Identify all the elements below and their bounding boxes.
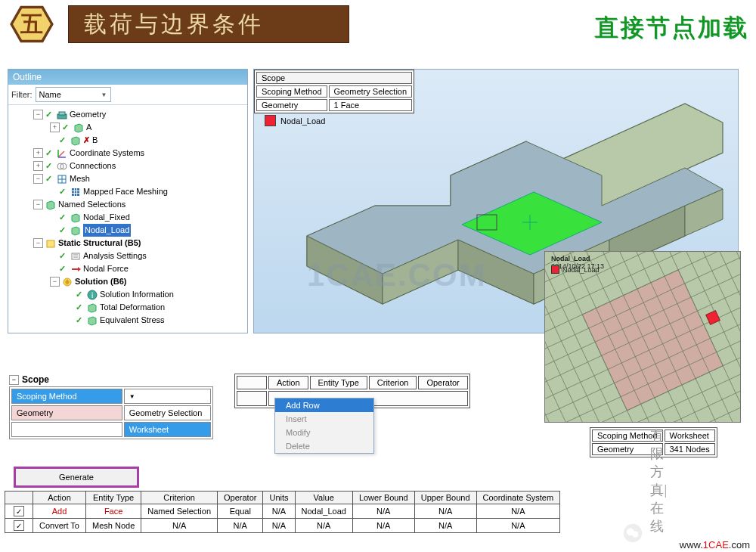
row-checkbox[interactable]: ✓	[14, 520, 24, 531]
ctx-modify[interactable]: Modify	[275, 426, 373, 439]
svg-marker-3	[72, 137, 79, 145]
tree-geom-b[interactable]: B	[92, 134, 98, 147]
tree-equivalent-stress[interactable]: Equivalent Stress	[100, 314, 165, 327]
outline-header: Outline	[8, 70, 247, 85]
expand-icon[interactable]: −	[50, 277, 60, 287]
tree-coord[interactable]: Coordinate Systems	[70, 147, 144, 160]
tree-solution[interactable]: Solution (B6)	[75, 275, 126, 288]
collapse-icon[interactable]: −	[9, 375, 19, 385]
svg-rect-21	[72, 253, 79, 259]
worksheet-table[interactable]: Action Entity Type Criterion Operator Un…	[5, 491, 560, 533]
svg-marker-19	[72, 227, 79, 235]
svg-marker-30	[88, 317, 96, 325]
svg-text:i: i	[91, 291, 93, 299]
expand-icon[interactable]: −	[33, 200, 43, 209]
tree-geom-a[interactable]: A	[86, 121, 91, 134]
svg-marker-18	[72, 214, 79, 222]
outline-panel: Outline Filter: Name −✓Geometry +✓A ✓✗B …	[8, 69, 248, 333]
svg-rect-12	[72, 188, 79, 196]
wechat-icon	[623, 523, 643, 543]
section-subtitle: 直接节点加载	[594, 11, 748, 45]
tree-named-selections[interactable]: Named Selections	[58, 198, 125, 211]
scoping-option-geometry[interactable]: Geometry Selection	[124, 405, 211, 420]
expand-icon[interactable]: −	[33, 174, 43, 184]
filter-dropdown[interactable]: Name	[36, 87, 111, 102]
svg-line-4	[58, 151, 64, 157]
watermark: 1CAE.COM	[307, 257, 487, 293]
ctx-insert[interactable]: Insert	[275, 412, 373, 426]
svg-marker-25	[78, 267, 81, 271]
section-title-bar: 载荷与边界条件	[68, 5, 349, 43]
brand-footer: 有限方真|在线 www.1CAE.com	[680, 539, 750, 550]
svg-marker-39	[462, 192, 602, 255]
context-menu: Add Row Insert Modify Delete	[274, 398, 374, 454]
expand-icon[interactable]: +	[33, 148, 43, 158]
svg-marker-29	[88, 304, 96, 312]
legend-nodal-load: Nodal_Load	[265, 115, 325, 126]
expand-icon[interactable]: −	[33, 238, 43, 248]
table-row[interactable]: ✓ Convert To Mesh Node N/A N/A N/A N/A N…	[5, 519, 560, 533]
ctx-add-row[interactable]: Add Row	[275, 398, 373, 412]
section-title: 载荷与边界条件	[84, 9, 264, 40]
svg-marker-37	[685, 189, 723, 236]
svg-marker-17	[47, 201, 54, 209]
generate-button[interactable]: Generate	[14, 467, 139, 488]
svg-marker-2	[75, 124, 82, 132]
tree-solution-info[interactable]: Solution Information	[100, 288, 174, 301]
outline-tree[interactable]: −✓Geometry +✓A ✓✗B +✓Coordinate Systems …	[8, 105, 247, 330]
tree-mesh[interactable]: Mesh	[70, 172, 90, 185]
svg-rect-1	[59, 112, 65, 115]
tree-mapped[interactable]: Mapped Face Meshing	[83, 185, 168, 198]
svg-point-48	[632, 532, 638, 538]
tree-analysis-settings[interactable]: Analysis Settings	[83, 250, 147, 262]
scope-table-main: Scope Scoping MethodGeometry Selection G…	[254, 70, 414, 113]
tree-nodal-load[interactable]: Nodal_Load	[83, 224, 131, 237]
scoping-method-dropdown[interactable]	[124, 389, 211, 404]
mesh-preview: Nodal_Load2014/10/22 17:13 Nodal_Load	[544, 251, 741, 423]
ctx-delete[interactable]: Delete	[275, 439, 373, 453]
scope-header: Scope	[256, 72, 412, 84]
scope-detail-panel: −Scope Scoping Method GeometryGeometry S…	[9, 374, 213, 439]
section-hexagon: 五	[9, 4, 54, 45]
info-icon: i	[87, 290, 98, 300]
expand-icon[interactable]: +	[50, 122, 60, 132]
outline-filter-bar: Filter: Name	[8, 85, 247, 105]
svg-rect-20	[47, 240, 54, 247]
tree-geometry[interactable]: Geometry	[70, 108, 106, 121]
row-checkbox[interactable]: ✓	[14, 506, 24, 516]
svg-rect-40	[477, 215, 497, 230]
table-row[interactable]: ✓ Add Face Named Selection Equal N/A Nod…	[5, 504, 560, 519]
expand-icon[interactable]: +	[33, 161, 43, 171]
tree-nodal-force[interactable]: Nodal Force	[83, 262, 129, 275]
filter-label: Filter:	[11, 90, 33, 99]
scoping-option-worksheet[interactable]: Worksheet	[124, 422, 211, 437]
tree-connections[interactable]: Connections	[70, 160, 116, 172]
tree-static-structural[interactable]: Static Structural (B5)	[58, 237, 141, 250]
tree-nodal-fixed[interactable]: Nodal_Fixed	[83, 211, 130, 224]
tree-total-deformation[interactable]: Total Deformation	[100, 301, 165, 314]
expand-icon[interactable]: −	[33, 110, 43, 119]
